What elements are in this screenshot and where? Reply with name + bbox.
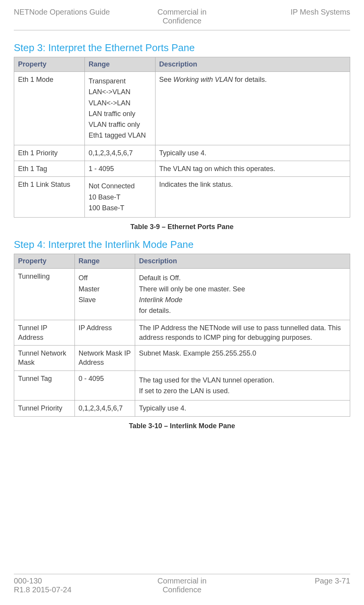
header-right: IP Mesh Systems xyxy=(238,8,350,25)
cell-description: Typically use 4. xyxy=(155,145,350,161)
cell-description: Subnet Mask. Example 255.255.255.0 xyxy=(135,346,350,371)
header-left: NETNode Operations Guide xyxy=(14,8,126,25)
header-center-line1: Commercial in xyxy=(157,8,207,16)
cell-description: Indicates the link status. xyxy=(155,177,350,218)
table-row: Eth 1 Link Status Not Connected 10 Base-… xyxy=(14,177,350,218)
header-center: Commercial in Confidence xyxy=(126,8,238,25)
cell-description: Default is Off. There will only be one m… xyxy=(135,269,350,320)
range-opt: Slave xyxy=(79,295,131,304)
desc-line: Default is Off. xyxy=(139,273,346,283)
cell-range: 0,1,2,3,4,5,6,7 xyxy=(84,145,155,161)
table-interlink-mode: Property Range Description Tunnelling Of… xyxy=(14,254,350,416)
range-opt: VLAN<->LAN xyxy=(89,98,151,108)
range-opt: Off xyxy=(79,273,131,283)
cell-description: Typically use 4. xyxy=(135,401,350,416)
header-rule xyxy=(14,30,350,30)
cell-range: 0 - 4095 xyxy=(74,371,135,401)
cell-property: Tunnelling xyxy=(14,269,75,320)
table-row: Tunnelling Off Master Slave Default is O… xyxy=(14,269,350,320)
footer-page: Page 3-71 xyxy=(238,577,350,594)
cell-property: Eth 1 Priority xyxy=(14,145,85,161)
cell-property: Eth 1 Mode xyxy=(14,72,85,145)
range-opt: VLAN traffic only xyxy=(89,120,151,129)
footer-docnum: 000-130 xyxy=(14,577,42,585)
cell-property: Tunnel Priority xyxy=(14,401,75,416)
desc-text: for details. xyxy=(139,306,346,315)
col-description: Description xyxy=(155,57,350,72)
desc-line: There will only be one master. See Inter… xyxy=(139,284,346,316)
header-center-line2: Confidence xyxy=(162,17,201,25)
table-row: Eth 1 Priority 0,1,2,3,4,5,6,7 Typically… xyxy=(14,145,350,161)
cell-range: Transparent LAN<->VLAN VLAN<->LAN LAN tr… xyxy=(84,72,155,145)
desc-italic: Interlink Mode xyxy=(139,295,346,304)
cell-description: The IP Address the NETNode will use to p… xyxy=(135,320,350,346)
footer-left: 000-130 R1.8 2015-07-24 xyxy=(14,577,126,594)
footer-center: Commercial in Confidence xyxy=(126,577,238,594)
table-row: Eth 1 Mode Transparent LAN<->VLAN VLAN<-… xyxy=(14,72,350,145)
range-opt: Not Connected xyxy=(89,181,151,191)
cell-property: Eth 1 Tag xyxy=(14,161,85,177)
cell-description: The VLAN tag on which this operates. xyxy=(155,161,350,177)
cell-property: Tunnel Network Mask xyxy=(14,346,75,371)
cell-range: Network Mask IP Address xyxy=(74,346,135,371)
table-header-row: Property Range Description xyxy=(14,57,350,72)
col-range: Range xyxy=(84,57,155,72)
range-opt: LAN<->VLAN xyxy=(89,87,151,96)
col-property: Property xyxy=(14,254,75,269)
range-opt: Transparent xyxy=(89,76,151,86)
footer-center-line1: Commercial in xyxy=(157,577,207,585)
cell-range: Not Connected 10 Base-T 100 Base-T xyxy=(84,177,155,218)
desc-text: for details. xyxy=(233,76,267,83)
cell-property: Tunnel Tag xyxy=(14,371,75,401)
cell-description: The tag used for the VLAN tunnel operati… xyxy=(135,371,350,401)
table-row: Tunnel Priority 0,1,2,3,4,5,6,7 Typicall… xyxy=(14,401,350,416)
cell-range: 1 - 4095 xyxy=(84,161,155,177)
desc-line: If set to zero the LAN is used. xyxy=(139,386,346,396)
cell-range: Off Master Slave xyxy=(74,269,135,320)
table-header-row: Property Range Description xyxy=(14,254,350,269)
footer-revdate: R1.8 2015-07-24 xyxy=(14,585,71,594)
page: NETNode Operations Guide Commercial in C… xyxy=(0,0,364,605)
desc-italic: Working with VLAN xyxy=(174,76,233,83)
desc-line: The tag used for the VLAN tunnel operati… xyxy=(139,376,346,385)
cell-property: Eth 1 Link Status xyxy=(14,177,85,218)
cell-description: See Working with VLAN for details. xyxy=(155,72,350,145)
table-caption: Table 3-9 – Ethernet Ports Pane xyxy=(14,223,350,231)
footer-center-line2: Confidence xyxy=(162,585,201,594)
col-range: Range xyxy=(74,254,135,269)
cell-range: 0,1,2,3,4,5,6,7 xyxy=(74,401,135,416)
running-footer: 000-130 R1.8 2015-07-24 Commercial in Co… xyxy=(14,574,350,594)
table-row: Tunnel Network Mask Network Mask IP Addr… xyxy=(14,346,350,371)
range-opt: Master xyxy=(79,284,131,294)
desc-text: There will only be one master. See xyxy=(139,284,346,294)
step3-heading: Step 3: Interpret the Ethernet Ports Pan… xyxy=(14,42,350,54)
table-row: Tunnel Tag 0 - 4095 The tag used for the… xyxy=(14,371,350,401)
desc-text: See xyxy=(159,76,174,83)
footer-rule xyxy=(14,574,350,574)
col-property: Property xyxy=(14,57,85,72)
cell-range: IP Address xyxy=(74,320,135,346)
cell-property: Tunnel IP Address xyxy=(14,320,75,346)
running-header: NETNode Operations Guide Commercial in C… xyxy=(14,8,350,25)
range-opt: 100 Base-T xyxy=(89,203,151,213)
range-opt: Eth1 tagged VLAN xyxy=(89,131,151,140)
range-opt: LAN traffic only xyxy=(89,109,151,118)
range-opt: 10 Base-T xyxy=(89,193,151,202)
table-row: Tunnel IP Address IP Address The IP Addr… xyxy=(14,320,350,346)
table-row: Eth 1 Tag 1 - 4095 The VLAN tag on which… xyxy=(14,161,350,177)
table-caption: Table 3-10 – Interlink Mode Pane xyxy=(14,422,350,430)
col-description: Description xyxy=(135,254,350,269)
step4-heading: Step 4: Interpret the Interlink Mode Pan… xyxy=(14,239,350,251)
table-ethernet-ports: Property Range Description Eth 1 Mode Tr… xyxy=(14,57,350,218)
